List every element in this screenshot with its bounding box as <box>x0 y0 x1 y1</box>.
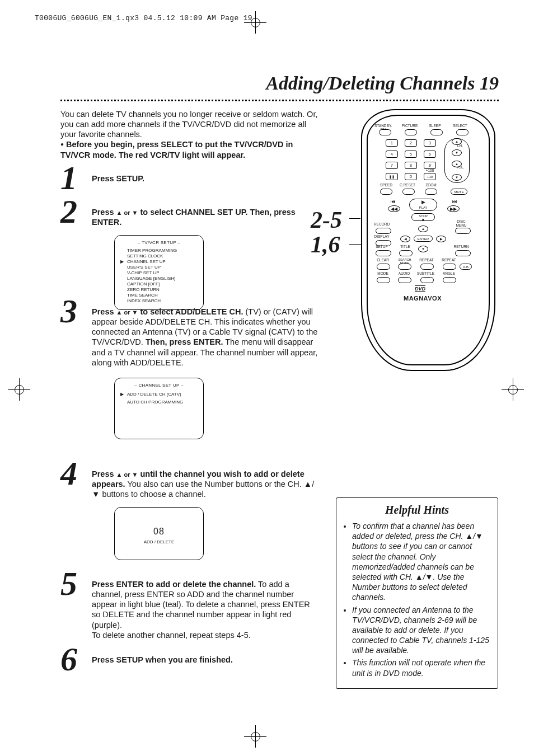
step-number: 4 <box>60 457 77 490</box>
up-down-icon: ▲ or ▼ <box>116 209 138 216</box>
rew-button: ◀◀ <box>388 205 400 212</box>
digit-3: 3 <box>424 139 436 147</box>
digit-7: 7 <box>386 162 398 169</box>
step-number: 1 <box>60 161 77 195</box>
digit-5: 5 <box>405 151 417 158</box>
enter-button: ENTER <box>414 236 433 242</box>
ff-button: ▶▶ <box>447 205 460 212</box>
searchmode-button <box>398 264 411 270</box>
label-return: RETURN <box>453 245 470 248</box>
callout-1-6: 1,6 <box>311 233 342 256</box>
osd-header: – TV/VCR SETUP – <box>120 240 198 246</box>
divider <box>60 100 499 101</box>
osd-line: ADD / DELETE CH (CATV) <box>127 392 198 397</box>
helpful-hints: Helpful Hints To confirm that a channel … <box>336 497 498 689</box>
digit-4: 4 <box>386 151 398 158</box>
select-button <box>456 129 469 135</box>
step-6-text: Press SETUP when you are finished. <box>92 655 233 664</box>
label-angle: ANGLE <box>441 271 457 275</box>
record-button <box>376 228 391 234</box>
sleep-button <box>430 129 443 135</box>
setup-button <box>376 250 391 256</box>
pointer-icon: ▶ <box>120 392 124 397</box>
label-mode: MODE <box>374 271 391 275</box>
step-6: 6 Press SETUP when you are finished. <box>60 655 318 665</box>
angle-button <box>443 277 456 283</box>
vol-down-button: ▼ <box>452 174 462 181</box>
osd-tvvcr-setup: – TV/VCR SETUP – TIMER PROGRAMMING SETTI… <box>114 235 204 310</box>
label-record: RECORD <box>373 222 390 226</box>
osd-line: V-CHIP SET UP <box>127 270 198 276</box>
label-clear: CLEAR <box>374 258 391 262</box>
osd-line: TIMER PROGRAMMING <box>127 248 198 253</box>
play-button: ▶PLAY <box>409 199 437 211</box>
brand-label: MAGNAVOX <box>404 295 442 302</box>
stop-button: STOP■ <box>411 213 435 221</box>
step-2-prefix: Press <box>92 208 116 217</box>
step-1-text: Press SETUP. <box>92 174 144 183</box>
up-down-icon: ▲ or ▼ <box>116 471 138 478</box>
hint-item: To confirm that a channel has been added… <box>352 521 490 603</box>
callout-line <box>349 244 362 245</box>
label-select: SELECT <box>452 124 469 128</box>
creset-button <box>402 189 415 195</box>
osd-channel-setup: – CHANNEL SET UP – ▶ ADD / DELETE CH (CA… <box>114 378 204 439</box>
intro-text: You can delete TV channels you no longer… <box>60 110 317 139</box>
zoom-button <box>425 189 437 195</box>
step-4-prefix: Press <box>92 469 116 478</box>
label-sleep: SLEEP <box>427 124 443 128</box>
step-4-text: You also can use the Number buttons or t… <box>92 480 314 499</box>
title-button <box>399 250 413 256</box>
remote-callouts: 2-5 1,6 <box>311 208 342 256</box>
step-5: 5 Press ENTER to add or delete the chann… <box>60 579 318 640</box>
osd-line: USER'S SET UP <box>127 265 198 270</box>
step-3-bold2: Then, press ENTER. <box>146 337 223 346</box>
label-plus100: +100 <box>421 168 438 172</box>
a-b-button: A-B <box>460 264 472 270</box>
standby-button <box>379 129 391 135</box>
repeat-button <box>420 264 434 270</box>
mute-button: MUTE <box>451 189 467 195</box>
label-repeat2: REPEAT <box>441 258 457 262</box>
intro-block: You can delete TV channels you no longer… <box>60 109 318 160</box>
step-3-bold: to select ADD/DELETE CH. <box>138 307 243 316</box>
audio-button <box>398 277 411 283</box>
vol-up-button: ▲ <box>452 161 462 167</box>
osd-header: – CHANNEL SET UP – <box>120 383 198 388</box>
osd-line: CAPTION [OFF] <box>127 281 198 287</box>
hints-header: Helpful Hints <box>344 504 490 516</box>
label-speed: SPEED <box>378 183 395 187</box>
dpad-up: ▲ <box>418 226 428 232</box>
clear-button <box>377 264 390 270</box>
intro-bullet: Before you begin, press SELECT to put th… <box>60 140 293 159</box>
label-picture: PICTURE <box>401 124 418 128</box>
digit-6: 6 <box>424 151 436 158</box>
step-4: 4 Press ▲ or ▼ until the channel you wis… <box>60 469 318 560</box>
remote-diagram: STANDBY-ON PICTURE SLEEP SELECT 1 2 3 4 … <box>361 109 495 371</box>
hint-item: If you connected an Antenna to the TV/VC… <box>352 605 490 656</box>
step-number: 3 <box>60 294 77 328</box>
osd-add-delete-label: ADD / DELETE <box>120 539 198 545</box>
step-3-prefix: Press <box>92 307 116 316</box>
dpad-left: ◀ <box>400 236 410 242</box>
osd-line: TIME SEARCH <box>127 293 198 298</box>
step-number: 5 <box>60 567 77 600</box>
osd-line: LANGUAGE [ENGLISH] <box>127 276 198 281</box>
speed-button <box>380 189 392 195</box>
page-title: Adding/Deleting Channels 19 <box>266 73 499 93</box>
digit-0: 0 <box>405 173 417 180</box>
crop-mark-icon <box>246 13 265 32</box>
up-down-icon: ▲ or ▼ <box>116 309 138 316</box>
hint-item: This function will not operate when the … <box>352 658 490 678</box>
callout-line <box>349 218 360 219</box>
repeat2-button <box>443 264 456 270</box>
label-setup: SETUP <box>373 245 390 248</box>
osd-line: SETTING CLOCK <box>127 253 198 259</box>
label-subtitle: SUBTITLE <box>417 271 434 275</box>
dpad-right: ▶ <box>436 236 446 242</box>
subtitle-button <box>420 277 434 283</box>
disc-menu-button <box>455 228 471 234</box>
digit-1: 1 <box>386 139 398 147</box>
label-audio: AUDIO <box>396 271 413 275</box>
ch-down-button: ▼ <box>452 149 462 156</box>
